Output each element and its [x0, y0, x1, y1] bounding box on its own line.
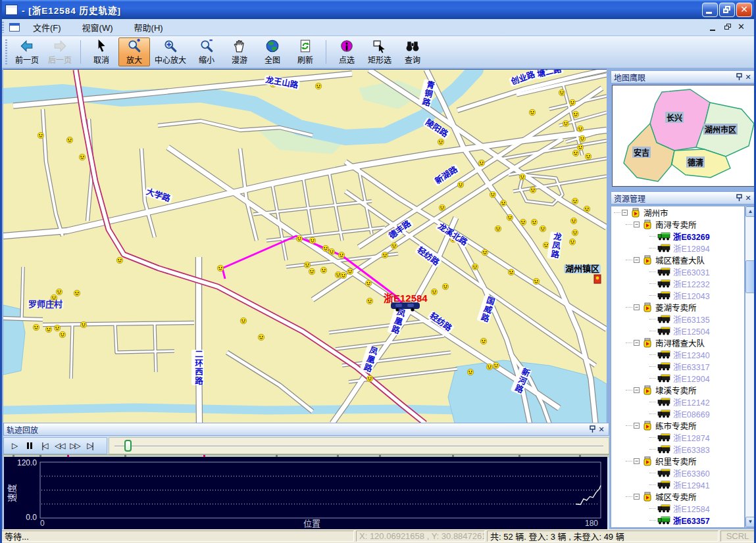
poi-smiley-marker[interactable] [315, 83, 322, 89]
map-canvas[interactable]: 龙王山路青铜路陵阳路塘二路创业路大学路新湖路龙溪北路德丰路轻纺路轻纺路国威路龙凤… [3, 69, 607, 423]
tree-vehicle-浙E12142[interactable]: 浙E12142 [611, 396, 744, 408]
tree-collapse-box[interactable]: − [634, 340, 640, 346]
tree-vehicle-浙E63269[interactable]: 浙E63269 [611, 230, 744, 242]
poi-smiley-marker[interactable] [543, 242, 549, 248]
poi-smiley-marker[interactable] [533, 278, 540, 285]
tree-vehicle-浙E08669[interactable]: 浙E08669 [611, 408, 744, 419]
poi-smiley-marker[interactable] [478, 160, 485, 166]
tree-vehicle-浙E12504[interactable]: 浙E12504 [611, 325, 744, 337]
toolbar-button-refresh[interactable]: 刷新 [290, 37, 321, 66]
poi-smiley-marker[interactable] [431, 289, 438, 295]
poi-smiley-marker[interactable] [116, 257, 123, 264]
menu-item-1[interactable]: 视窗(W) [74, 19, 121, 35]
toolbar-button-next-page[interactable]: 后一页 [44, 37, 76, 66]
tree-group-row[interactable]: −南浔稽查大队 [611, 337, 744, 348]
poi-smiley-marker[interactable] [520, 219, 526, 225]
tree-vehicle-浙E12941[interactable]: 浙E12941 [611, 479, 744, 490]
poi-smiley-marker[interactable] [563, 120, 569, 127]
tree-collapse-box[interactable]: − [634, 458, 640, 464]
toolbar-button-full-map-globe[interactable]: 全图 [257, 37, 288, 66]
toolbar-button-query-binoculars[interactable]: 查询 [397, 37, 428, 66]
pin-icon[interactable] [734, 193, 743, 202]
restore-button[interactable] [719, 3, 735, 17]
poi-smiley-marker[interactable] [579, 135, 586, 142]
poi-smiley-marker[interactable] [585, 153, 592, 160]
toolbar-button-zoom-out[interactable]: 缩小 [191, 37, 222, 66]
tree-vehicle-浙E63357[interactable]: 浙E63357 [611, 514, 744, 526]
poi-smiley-marker[interactable] [495, 225, 501, 232]
poi-smiley-marker[interactable] [54, 325, 61, 331]
poi-smiley-marker[interactable] [569, 99, 576, 106]
tree-group-row[interactable]: −埭溪专卖所 [611, 384, 744, 396]
tree-collapse-box[interactable]: − [634, 494, 640, 500]
playback-forward-button[interactable]: ▷▷ [67, 439, 82, 453]
playback-pause-button[interactable] [22, 439, 37, 453]
playback-last-button[interactable]: ▷| [82, 439, 97, 453]
poi-smiley-marker[interactable] [66, 137, 73, 143]
poi-smiley-marker[interactable] [328, 248, 335, 255]
poi-smiley-marker[interactable] [531, 219, 538, 225]
poi-smiley-marker[interactable] [500, 200, 507, 206]
tree-group-row[interactable]: −织里专卖所 [611, 455, 744, 467]
slider-thumb[interactable] [124, 440, 132, 452]
close-icon[interactable]: ✕ [743, 193, 753, 202]
poi-smiley-marker[interactable] [340, 272, 347, 279]
playback-rewind-button[interactable]: ◁◁ [52, 439, 67, 453]
toolbar-button-zoom-center[interactable]: 中心放大 [151, 37, 189, 66]
map-svg[interactable] [3, 70, 607, 423]
poi-smiley-marker[interactable] [365, 280, 372, 287]
poi-smiley-marker[interactable] [467, 369, 474, 375]
tree-vehicle-浙E63317[interactable]: 浙E63317 [611, 360, 744, 372]
poi-smiley-marker[interactable] [457, 181, 464, 188]
poi-smiley-marker[interactable] [493, 362, 499, 369]
playback-play-button[interactable]: ▷ [7, 439, 22, 453]
poi-smiley-marker[interactable] [270, 81, 276, 87]
poi-smiley-marker[interactable] [366, 375, 373, 382]
poi-smiley-marker[interactable] [391, 243, 397, 249]
poi-smiley-marker[interactable] [56, 289, 63, 295]
menu-item-0[interactable]: 文件(F) [25, 19, 69, 35]
tree-group-row[interactable]: −南浔专卖所 [611, 218, 744, 230]
poi-smiley-marker[interactable] [519, 174, 526, 180]
poi-smiley-marker[interactable] [442, 283, 449, 290]
poi-smiley-marker[interactable] [258, 334, 265, 341]
eagle-eye-map[interactable]: 长兴湖州市区安吉德清 [612, 85, 755, 187]
poi-smiley-marker[interactable] [438, 139, 444, 145]
poi-smiley-marker[interactable] [347, 268, 353, 275]
tree-vehicle-浙E63135[interactable]: 浙E63135 [611, 313, 744, 325]
pin-icon[interactable] [734, 72, 743, 82]
poi-smiley-marker[interactable] [322, 245, 329, 252]
poi-smiley-marker[interactable] [480, 338, 487, 344]
toolbar-button-prev-page[interactable]: 前一页 [11, 37, 43, 66]
poi-smiley-marker[interactable] [309, 268, 315, 275]
poi-smiley-marker[interactable] [577, 144, 584, 151]
tree-vehicle-浙E63360[interactable]: 浙E63360 [611, 467, 744, 479]
tree-collapse-box[interactable]: − [634, 304, 640, 310]
poi-smiley-marker[interactable] [439, 204, 445, 211]
mdi-minimize-button[interactable] [709, 24, 718, 32]
tree-vehicle-浙E12584[interactable]: 浙E12584 [611, 502, 744, 514]
poi-smiley-marker[interactable] [296, 235, 303, 242]
tree-collapse-box[interactable]: − [634, 387, 640, 393]
edge-vehicle-marker[interactable] [594, 275, 601, 283]
poi-smiley-marker[interactable] [530, 187, 536, 193]
poi-smiley-marker[interactable] [74, 290, 80, 296]
scroll-up-button[interactable]: ▲ [745, 206, 755, 217]
poi-smiley-marker[interactable] [338, 252, 345, 258]
close-icon[interactable]: ✕ [743, 72, 753, 82]
poi-smiley-marker[interactable] [49, 300, 56, 306]
poi-smiley-marker[interactable] [309, 237, 316, 244]
close-button[interactable]: ✕ [736, 3, 752, 17]
playback-first-button[interactable]: |◁ [37, 439, 52, 453]
poi-smiley-marker[interactable] [507, 214, 513, 221]
poi-smiley-marker[interactable] [450, 236, 457, 243]
poi-smiley-marker[interactable] [508, 269, 515, 275]
mdi-child-icon[interactable] [9, 23, 20, 32]
tree-vehicle-浙E12874[interactable]: 浙E12874 [611, 431, 744, 443]
toolbar-button-cancel-cursor[interactable]: 取消 [86, 37, 117, 66]
tree-group-row[interactable]: −菱湖专卖所 [611, 301, 744, 313]
tree-vehicle-浙E12043[interactable]: 浙E12043 [611, 289, 744, 301]
minimize-button[interactable] [702, 3, 718, 17]
poi-smiley-marker[interactable] [240, 318, 247, 324]
toolbar-button-rect-select[interactable]: 矩形选 [364, 37, 395, 66]
